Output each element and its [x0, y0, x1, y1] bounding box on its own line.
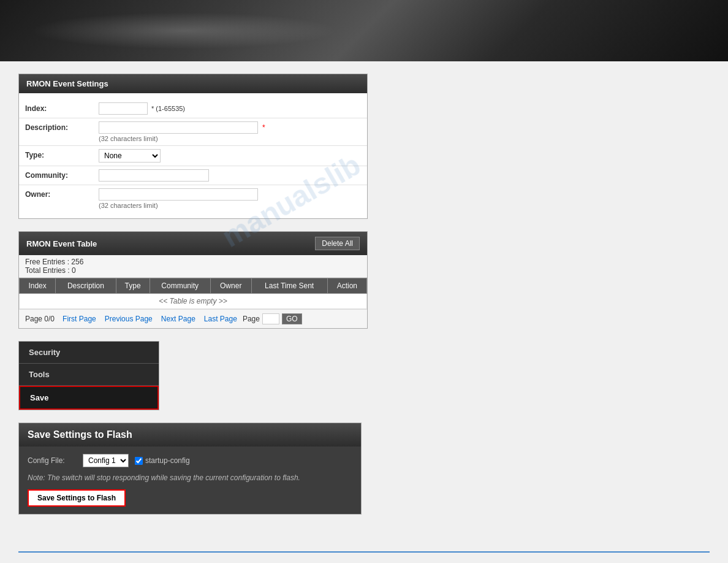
col-community: Community — [150, 278, 210, 294]
col-type: Type — [116, 278, 150, 294]
rmon-table-header: RMON Event Table Delete All — [19, 232, 367, 255]
type-select[interactable]: None Log SNMP Trap Log and Trap — [99, 149, 161, 163]
rmon-table-title: RMON Event Table — [26, 239, 97, 248]
owner-row: Owner: (32 characters limit) — [19, 185, 367, 212]
startup-config-checkbox[interactable] — [135, 457, 143, 465]
description-required: * — [262, 123, 265, 132]
community-row: Community: — [19, 166, 367, 185]
save-note: Note: The switch will stop responding wh… — [28, 473, 352, 482]
startup-config-label: startup-config — [145, 456, 190, 465]
save-settings-header: Save Settings to Flash — [19, 423, 361, 446]
first-page-button[interactable]: First Page — [59, 313, 99, 324]
left-column: RMON Event Settings Index: * (1-65535) D… — [18, 74, 368, 410]
index-range: * (1-65535) — [151, 105, 185, 112]
owner-control: (32 characters limit) — [99, 188, 361, 209]
rmon-settings-panel: RMON Event Settings Index: * (1-65535) D… — [18, 74, 368, 219]
owner-input[interactable] — [99, 188, 258, 201]
save-settings-title: Save Settings to Flash — [28, 429, 132, 440]
table-header-row: Index Description Type Community Owner L… — [20, 278, 367, 294]
right-column: Save Settings to Flash Config File: Conf… — [18, 423, 362, 515]
table-empty-message: << Table is empty >> — [20, 294, 367, 309]
type-label: Type: — [25, 149, 99, 159]
total-entries-text: Total Entries : 0 — [25, 266, 361, 275]
sidebar-save-label: Save — [30, 393, 48, 402]
next-page-button[interactable]: Next Page — [158, 313, 199, 324]
rmon-settings-title: RMON Event Settings — [26, 79, 108, 88]
save-flash-button[interactable]: Save Settings to Flash — [28, 489, 126, 507]
save-settings-body: Config File: Config 1 Config 2 startup-c… — [19, 446, 361, 514]
community-input[interactable] — [99, 169, 209, 182]
col-index: Index — [20, 278, 56, 294]
col-last-time-sent: Last Time Sent — [251, 278, 327, 294]
config-file-row: Config File: Config 1 Config 2 startup-c… — [28, 454, 352, 467]
rmon-settings-header: RMON Event Settings — [19, 74, 367, 93]
main-content: RMON Event Settings Index: * (1-65535) D… — [0, 61, 728, 527]
previous-page-button[interactable]: Previous Page — [102, 313, 156, 324]
footer-section — [0, 551, 728, 555]
index-label: Index: — [25, 102, 99, 113]
description-input[interactable] — [99, 121, 258, 134]
owner-hint: (32 characters limit) — [99, 202, 361, 209]
owner-label: Owner: — [25, 188, 99, 199]
go-button[interactable]: GO — [282, 313, 302, 324]
description-control: * (32 characters limit) — [99, 121, 361, 142]
type-control: None Log SNMP Trap Log and Trap — [99, 149, 361, 163]
sidebar-security-label: Security — [29, 348, 60, 357]
sidebar-panel: Security Tools Save — [18, 341, 159, 410]
sidebar-item-tools: Tools — [19, 364, 159, 386]
header-banner — [0, 0, 728, 61]
footer-line — [18, 551, 710, 555]
col-action: Action — [327, 278, 366, 294]
table-empty-row: << Table is empty >> — [20, 294, 367, 309]
rmon-data-table: Index Description Type Community Owner L… — [19, 278, 367, 309]
community-control — [99, 169, 361, 182]
rmon-settings-body: Index: * (1-65535) Description: — [19, 93, 367, 218]
col-description: Description — [56, 278, 116, 294]
page-number-input[interactable] — [262, 313, 279, 324]
description-row: Description: * (32 characters limit) — [19, 118, 367, 146]
type-row: Type: None Log SNMP Trap Log and Trap — [19, 146, 367, 166]
last-page-button[interactable]: Last Page — [201, 313, 240, 324]
config-file-label: Config File: — [28, 456, 77, 465]
pagination-bar: Page 0/0 First Page Previous Page Next P… — [19, 309, 367, 328]
description-hint: (32 characters limit) — [99, 135, 361, 142]
free-entries-text: Free Entries : 256 — [25, 258, 361, 266]
community-label: Community: — [25, 169, 99, 180]
index-control: * (1-65535) — [99, 102, 361, 115]
sidebar-item-security: Security — [19, 342, 159, 364]
save-settings-panel: Save Settings to Flash Config File: Conf… — [18, 423, 362, 515]
config-file-select[interactable]: Config 1 Config 2 — [83, 454, 129, 467]
delete-all-button[interactable]: Delete All — [315, 237, 360, 250]
startup-config-wrap: startup-config — [135, 456, 190, 465]
description-label: Description: — [25, 121, 99, 132]
page-info: Page 0/0 — [25, 315, 55, 323]
page-label: Page — [243, 315, 260, 323]
free-entries: Free Entries : 256 Total Entries : 0 — [19, 255, 367, 278]
index-row: Index: * (1-65535) — [19, 99, 367, 118]
sidebar-item-save[interactable]: Save — [19, 386, 159, 410]
col-owner: Owner — [210, 278, 251, 294]
rmon-table-panel: RMON Event Table Delete All Free Entries… — [18, 231, 368, 329]
sidebar-tools-label: Tools — [29, 370, 50, 379]
index-input[interactable] — [99, 102, 148, 115]
